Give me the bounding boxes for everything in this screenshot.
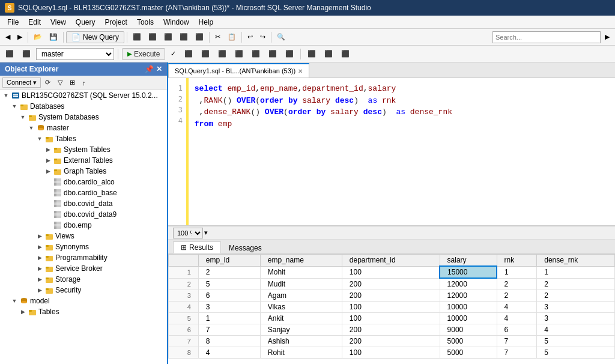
cell-dense_rnk-2[interactable]: 2: [537, 290, 615, 302]
toolbar2-btn-2[interactable]: ⬛: [19, 48, 34, 59]
toolbar2-btn-10[interactable]: ⬛: [304, 48, 319, 59]
cell-emp_name-6[interactable]: Ashish: [260, 336, 342, 347]
tree-item-databases[interactable]: ▼Databases: [0, 101, 167, 112]
database-select[interactable]: master: [36, 48, 114, 60]
cell-emp_name-3[interactable]: Vikas: [260, 302, 342, 313]
toolbar2-btn-9[interactable]: ⬛: [282, 48, 297, 59]
cell-salary-0[interactable]: 15000: [440, 266, 497, 278]
tree-item-sys-tables[interactable]: ▶System Tables: [0, 144, 167, 155]
toolbar-btn-3[interactable]: ⬛: [161, 31, 175, 43]
table-row[interactable]: 43Vikas1001000043: [169, 302, 615, 313]
tree-item-graph-tables[interactable]: ▶Graph Tables: [0, 166, 167, 177]
expand-icon-system-dbs[interactable]: ▼: [18, 114, 28, 120]
oe-new-btn[interactable]: ⊞: [67, 77, 78, 88]
sql-tab-close[interactable]: ✕: [298, 68, 303, 74]
connect-button[interactable]: Connect ▾: [2, 77, 41, 88]
th-emp-id[interactable]: emp_id: [198, 255, 260, 267]
tree-item-views[interactable]: ▶Views: [0, 231, 167, 241]
cell-emp_id-0[interactable]: 2: [198, 266, 260, 278]
oe-collapse-btn[interactable]: ↑: [79, 77, 89, 88]
zoom-select[interactable]: 100 % 75 % 50 %: [173, 228, 203, 238]
toolbar-btn-5[interactable]: ⬛: [192, 31, 207, 43]
expand-icon-server[interactable]: ▼: [1, 93, 11, 99]
expand-icon-storage[interactable]: ▶: [35, 276, 44, 282]
th-salary[interactable]: salary: [440, 255, 497, 267]
save-btn[interactable]: 💾: [46, 31, 61, 43]
cell-department_id-5[interactable]: 200: [342, 324, 440, 336]
oe-refresh-btn[interactable]: ⟳: [42, 77, 53, 88]
cell-emp_id-6[interactable]: 8: [198, 336, 260, 347]
cell-dense_rnk-4[interactable]: 3: [537, 313, 615, 324]
check-btn[interactable]: ✓: [168, 48, 179, 59]
filter-btn[interactable]: 🔍: [274, 31, 288, 43]
cell-emp_name-0[interactable]: Mohit: [260, 266, 342, 278]
toolbar2-btn-12[interactable]: ⬛: [338, 48, 353, 59]
expand-icon-sys-tables[interactable]: ▶: [43, 147, 53, 153]
cell-emp_id-4[interactable]: 1: [198, 313, 260, 324]
search-go-btn[interactable]: ▶: [602, 31, 613, 43]
table-row[interactable]: 25Mudit2001200022: [169, 278, 615, 290]
cell-emp_id-2[interactable]: 6: [198, 290, 260, 302]
cell-salary-4[interactable]: 10000: [440, 313, 497, 324]
tree-item-ext-tables[interactable]: ▶External Tables: [0, 155, 167, 166]
cell-rnk-1[interactable]: 2: [497, 278, 537, 290]
table-row[interactable]: 12Mohit1001500011: [169, 266, 615, 278]
expand-icon-security[interactable]: ▶: [35, 287, 44, 293]
tree-item-server[interactable]: ▼BLR135CG0276ZST (SQL Server 15.0.2...: [0, 90, 167, 101]
undo-btn[interactable]: ↩: [244, 31, 256, 43]
table-row[interactable]: 78Ashish200500075: [169, 336, 615, 347]
cell-dense_rnk-0[interactable]: 1: [537, 266, 615, 278]
toolbar2-btn-6[interactable]: ⬛: [232, 48, 246, 59]
cell-emp_id-3[interactable]: 3: [198, 302, 260, 313]
cell-dense_rnk-6[interactable]: 5: [537, 336, 615, 347]
th-dense-rnk[interactable]: dense_rnk: [537, 255, 615, 267]
cell-salary-7[interactable]: 5000: [440, 347, 497, 359]
table-row[interactable]: 67Sanjay200900064: [169, 324, 615, 336]
cell-salary-3[interactable]: 10000: [440, 302, 497, 313]
cell-emp_name-4[interactable]: Ankit: [260, 313, 342, 324]
table-row[interactable]: 36Agam2001200022: [169, 290, 615, 302]
cell-salary-5[interactable]: 9000: [440, 324, 497, 336]
tree-item-master[interactable]: ▼master: [0, 123, 167, 133]
expand-icon-model[interactable]: ▼: [10, 298, 19, 304]
tree-item-programmability[interactable]: ▶Programmability: [0, 252, 167, 263]
toolbar2-btn-5[interactable]: ⬛: [215, 48, 229, 59]
th-department-id[interactable]: department_id: [342, 255, 440, 267]
tree-item-dbo-covid-data9[interactable]: dbo.covid_data9: [0, 209, 167, 220]
cell-salary-6[interactable]: 5000: [440, 336, 497, 347]
sql-tab-active[interactable]: SQLQuery1.sql - BL...(ANT\ankiban (53)) …: [168, 63, 309, 77]
menu-tools[interactable]: Tools: [132, 17, 159, 28]
menu-file[interactable]: File: [2, 17, 23, 28]
cut-btn[interactable]: ✂: [212, 31, 223, 43]
expand-icon-ext-tables[interactable]: ▶: [43, 157, 53, 163]
toolbar-btn-4[interactable]: ⬛: [177, 31, 191, 43]
cell-rnk-0[interactable]: 1: [497, 266, 537, 278]
cell-rnk-7[interactable]: 7: [497, 347, 537, 359]
cell-salary-2[interactable]: 12000: [440, 290, 497, 302]
expand-icon-databases[interactable]: ▼: [10, 103, 19, 109]
cell-rnk-2[interactable]: 2: [497, 290, 537, 302]
cell-dense_rnk-5[interactable]: 4: [537, 324, 615, 336]
cell-rnk-5[interactable]: 6: [497, 324, 537, 336]
expand-icon-graph-tables[interactable]: ▶: [43, 168, 53, 174]
expand-icon-tables[interactable]: ▼: [35, 136, 44, 142]
expand-icon-service-broker[interactable]: ▶: [35, 265, 44, 271]
redo-btn[interactable]: ↪: [257, 31, 268, 43]
table-row[interactable]: 51Ankit1001000043: [169, 313, 615, 324]
tree-item-dbo-cardio-base[interactable]: dbo.cardio_base: [0, 187, 167, 198]
tree-item-dbo-emp[interactable]: dbo.emp: [0, 220, 167, 231]
expand-icon-programmability[interactable]: ▶: [35, 255, 44, 261]
cell-emp_id-1[interactable]: 5: [198, 278, 260, 290]
cell-department_id-1[interactable]: 200: [342, 278, 440, 290]
tree-item-security[interactable]: ▶Security: [0, 285, 167, 296]
cell-salary-1[interactable]: 12000: [440, 278, 497, 290]
th-emp-name[interactable]: emp_name: [260, 255, 342, 267]
cell-emp_id-5[interactable]: 7: [198, 324, 260, 336]
back-btn[interactable]: ◀: [2, 31, 13, 43]
cell-rnk-3[interactable]: 4: [497, 302, 537, 313]
tree-item-model-tables[interactable]: ▶Tables: [0, 306, 167, 317]
tree-item-dbo-covid-data[interactable]: dbo.covid_data: [0, 198, 167, 209]
new-query-button[interactable]: 📄 New Query: [66, 31, 124, 43]
oe-close-icon[interactable]: ✕: [156, 65, 162, 73]
cell-department_id-7[interactable]: 100: [342, 347, 440, 359]
